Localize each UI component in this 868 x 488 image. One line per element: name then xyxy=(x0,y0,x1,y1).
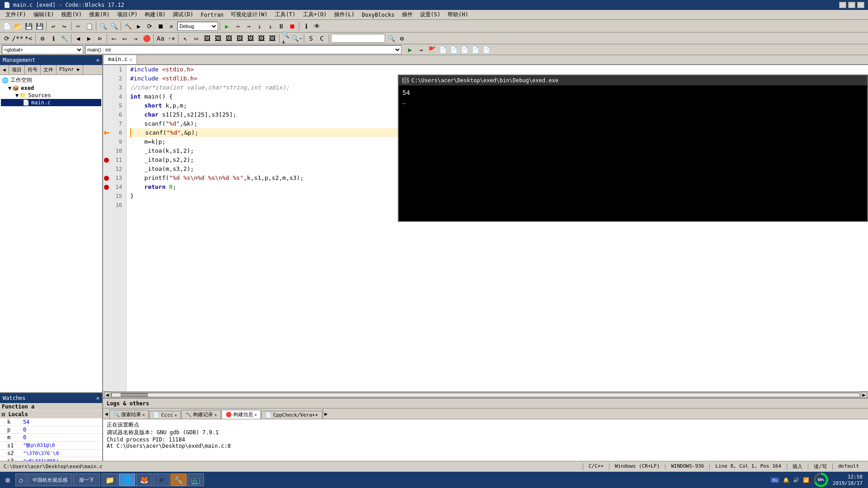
tree-item-mainc[interactable]: 📄 main.c xyxy=(1,99,101,106)
tab-mainc-close[interactable]: ✕ xyxy=(129,57,132,62)
scroll-thumb[interactable] xyxy=(121,393,148,397)
log-tab-search-close[interactable]: ✕ xyxy=(142,413,145,417)
stop-button[interactable]: ⏹ xyxy=(156,21,165,31)
menu-plugins[interactable]: 插件(L) xyxy=(330,10,359,19)
debug-pause-button[interactable]: ⏸ xyxy=(276,21,286,31)
taskbar-explorer[interactable]: 📁 xyxy=(102,474,118,486)
log-tab-build-info-close[interactable]: ✕ xyxy=(255,413,257,417)
jump-button[interactable]: ⊳ xyxy=(95,33,105,43)
wrench-button[interactable]: 🔧 xyxy=(59,33,69,43)
nav-btn-4[interactable]: 📄 xyxy=(448,45,458,55)
function-combo[interactable]: main() : int xyxy=(85,45,401,54)
c-button[interactable]: C xyxy=(317,33,327,43)
start-button[interactable]: ⊞ xyxy=(2,474,14,486)
scroll-left-button[interactable]: ◀ xyxy=(104,392,110,398)
settings3-button[interactable]: ⚙ xyxy=(397,33,407,43)
menu-build[interactable]: 构建(B) xyxy=(141,10,169,19)
taskbar-item-search[interactable]: 搜一下 xyxy=(73,474,100,486)
find-button[interactable]: 🔍 xyxy=(98,21,108,31)
sidebar-prev-button[interactable]: ◀ xyxy=(0,65,9,75)
log-tabs-scroll-right[interactable]: ▶ xyxy=(323,409,329,419)
rebuild-button[interactable]: ⟳ xyxy=(145,21,155,31)
tree-item-exed[interactable]: ▼ 📦 exed xyxy=(1,84,101,92)
info-button[interactable]: ℹ xyxy=(48,33,58,43)
bookmark-button[interactable]: 🔴 xyxy=(142,33,151,43)
rect-button[interactable]: ▭ xyxy=(191,33,201,43)
debug-config-combo[interactable]: Debug xyxy=(177,22,218,31)
menu-tools-plus[interactable]: 工具+(O) xyxy=(299,10,330,19)
settings2-button[interactable]: ⚙ xyxy=(38,33,47,43)
refresh-button[interactable]: ⟳ xyxy=(2,33,12,43)
menu-doxy[interactable]: DoxyBlocks xyxy=(358,11,398,19)
debug-info-button[interactable]: ℹ xyxy=(301,21,311,31)
sidebar-tab-symbols[interactable]: 符号 xyxy=(25,65,41,75)
minimize-button[interactable]: ─ xyxy=(839,2,846,8)
nav-left2-button[interactable]: ⟵ xyxy=(120,33,130,43)
nav-left-button[interactable]: ⟵ xyxy=(109,33,119,43)
menu-plugin2[interactable]: 插件 xyxy=(398,10,416,19)
run-button[interactable]: ▶ xyxy=(134,21,144,31)
debug-next-button[interactable]: ⇒ xyxy=(233,21,243,31)
menu-view[interactable]: 视图(V) xyxy=(57,10,85,19)
menu-visual[interactable]: 可视化设计(W) xyxy=(227,10,271,19)
undo-button[interactable]: ↩ xyxy=(48,21,58,31)
debug-watch-button[interactable]: 👁 xyxy=(312,21,322,31)
menu-settings[interactable]: 设置(S) xyxy=(416,10,444,19)
zoom-out-button[interactable]: 🔍- xyxy=(292,33,302,43)
cursor-button[interactable]: ↖ xyxy=(180,33,190,43)
img5-button[interactable]: 🖼 xyxy=(245,33,255,43)
search-go-button[interactable]: 🔍 xyxy=(386,33,396,43)
menu-edit[interactable]: 编辑(E) xyxy=(30,10,58,19)
copy-button[interactable]: 📋 xyxy=(84,21,94,31)
save-button[interactable]: 💾 xyxy=(24,21,33,31)
sidebar-close-button[interactable]: ✕ xyxy=(96,57,99,63)
menu-help[interactable]: 帮助(H) xyxy=(444,10,472,19)
nav-btn-6[interactable]: 📄 xyxy=(470,45,480,55)
menu-search[interactable]: 搜索(R) xyxy=(85,10,113,19)
build-target-button[interactable]: 🔨 xyxy=(123,21,133,31)
debug-step-button[interactable]: ↓ xyxy=(255,21,264,31)
log-tab-build-info[interactable]: 🔴 构建信息 ✕ xyxy=(222,410,261,419)
forward-button[interactable]: ▶ xyxy=(84,33,94,43)
taskbar-app2[interactable]: 🔧 xyxy=(170,474,187,486)
nav-btn-5[interactable]: 📄 xyxy=(459,45,469,55)
tab-mainc[interactable]: main.c ✕ xyxy=(103,55,137,64)
nav-right-button[interactable]: → xyxy=(131,33,141,43)
log-tab-build-log[interactable]: 🔨 构建记录 ✕ xyxy=(181,410,221,419)
sidebar-tab-files[interactable]: 文件 xyxy=(41,65,57,75)
img4-button[interactable]: 🖼 xyxy=(235,33,245,43)
save-all-button[interactable]: 💾 xyxy=(34,21,44,31)
new-button[interactable]: 📄 xyxy=(2,21,12,31)
nav-btn-7[interactable]: 📄 xyxy=(481,45,491,55)
img2-button[interactable]: 🖼 xyxy=(213,33,223,43)
taskbar-cortana-button[interactable]: 中国机长观后感 xyxy=(28,474,72,486)
menu-file[interactable]: 文件(F) xyxy=(2,10,30,19)
log-tab-cccc-close[interactable]: ✕ xyxy=(175,413,177,418)
watches-close-button[interactable]: ✕ xyxy=(96,395,99,401)
tree-item-sources[interactable]: ▼ 📁 Sources xyxy=(1,92,101,99)
taskbar-search-button[interactable]: ○ xyxy=(15,474,27,486)
debug-step2-button[interactable]: ↓ xyxy=(265,21,275,31)
dot-button[interactable]: ·× xyxy=(166,33,176,43)
nav-btn-2[interactable]: → xyxy=(416,45,426,55)
editor-scrollbar[interactable]: ◀ ▶ xyxy=(103,391,868,398)
ab-button[interactable]: Aa xyxy=(156,33,165,43)
menu-fortran[interactable]: Fortran xyxy=(197,11,227,19)
close-button[interactable]: ✕ xyxy=(857,2,864,8)
nav-btn-3[interactable]: 📄 xyxy=(438,45,448,55)
sidebar-tab-fsynr[interactable]: FSynr ▶ xyxy=(57,65,83,75)
taskbar-app3[interactable]: 📺 xyxy=(188,474,204,486)
s-button[interactable]: S xyxy=(306,33,316,43)
back-button[interactable]: ◀ xyxy=(73,33,83,43)
log-tab-cppcheck[interactable]: 📄 CppCheck/Vera++ xyxy=(261,411,322,419)
scroll-track[interactable] xyxy=(111,393,860,397)
log-tab-build-log-close[interactable]: ✕ xyxy=(214,413,217,417)
open-button[interactable]: 📂 xyxy=(13,21,23,31)
img6-button[interactable]: 🖼 xyxy=(256,33,266,43)
zoom-in-button[interactable]: 🔍+ xyxy=(281,33,291,43)
cut-button[interactable]: ✂ xyxy=(73,21,83,31)
taskbar-ie[interactable]: 🌐 xyxy=(119,474,135,486)
img3-button[interactable]: 🖼 xyxy=(224,33,234,43)
redo-button[interactable]: ↪ xyxy=(59,21,69,31)
maximize-button[interactable]: □ xyxy=(848,2,855,8)
